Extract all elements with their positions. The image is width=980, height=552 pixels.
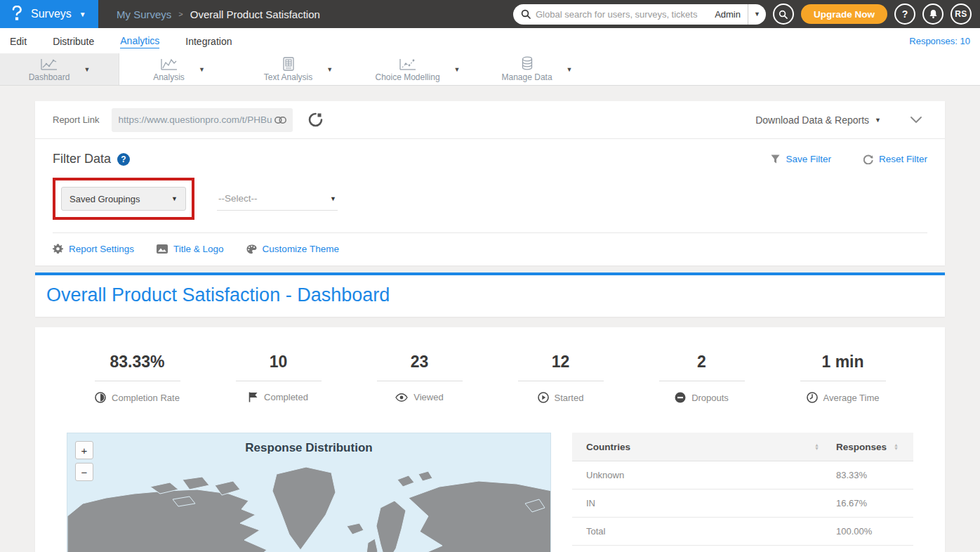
navbar-right-cluster: Admin ▼ Upgrade Now ? RS — [513, 4, 980, 25]
saved-groupings-dropdown[interactable]: Saved Groupings ▼ — [61, 187, 186, 211]
link-icon[interactable] — [274, 117, 286, 124]
download-data-reports-button[interactable]: Download Data & Reports — [755, 114, 869, 126]
scatter-chart-icon — [399, 58, 417, 71]
tab-text-analysis-label: Text Analysis — [264, 72, 312, 82]
filter-select-dropdown[interactable]: --Select-- ▼ — [217, 187, 338, 211]
title-logo-link[interactable]: Title & Logo — [157, 244, 224, 254]
reset-filter-button[interactable]: Reset Filter — [863, 154, 927, 164]
breadcrumb-separator-icon: > — [178, 10, 183, 18]
clock-icon — [807, 392, 818, 403]
search-scope-label: Admin — [708, 9, 748, 20]
global-search-input[interactable] — [536, 9, 708, 20]
dashboard-title-card: Overall Product Satisfaction - Dashboard — [35, 272, 945, 317]
flag-icon — [249, 392, 258, 402]
tab-manage-data-caret-icon[interactable]: ▼ — [567, 66, 573, 73]
dashboard-card: 83.33% Completion Rate 10 Completed 23 — [35, 327, 945, 552]
breadcrumb-my-surveys[interactable]: My Surveys — [117, 8, 171, 20]
survey-nav-distribute[interactable]: Distribute — [53, 34, 94, 47]
map-zoom-in-button[interactable]: + — [75, 441, 93, 459]
questionpro-logo — [9, 6, 25, 22]
tab-analysis[interactable]: Analysis ▼ — [119, 53, 239, 85]
minus-circle-icon — [675, 392, 686, 403]
report-settings-link[interactable]: Report Settings — [53, 244, 134, 254]
tab-dashboard-caret-icon[interactable]: ▼ — [84, 66, 90, 73]
palette-icon — [246, 244, 257, 254]
stats-row: 83.33% Completion Rate 10 Completed 23 — [67, 353, 913, 403]
top-navbar: Surveys ▼ My Surveys > Overall Product S… — [0, 0, 980, 28]
tab-manage-data[interactable]: Manage Data ▼ — [477, 53, 597, 85]
table-row-unknown: Unknown 83.33% — [572, 461, 913, 489]
upgrade-now-button[interactable]: Upgrade Now — [801, 4, 887, 24]
map-title: Response Distribution — [67, 441, 550, 455]
report-edit-icon[interactable] — [308, 112, 323, 127]
stat-average-time: 1 min Average Time — [772, 353, 913, 403]
main-content: Report Link Download Data & Reports ▼ Fi… — [0, 86, 980, 552]
sort-countries-icon[interactable]: ▲▼ — [814, 443, 819, 450]
table-row-in: IN 16.67% — [572, 489, 913, 518]
document-table-icon — [282, 57, 296, 71]
responses-count: Responses: 10 — [909, 36, 970, 46]
report-filter-card: Report Link Download Data & Reports ▼ Fi… — [35, 101, 945, 265]
stat-completion-rate: 83.33% Completion Rate — [67, 353, 208, 403]
tab-manage-data-label: Manage Data — [502, 72, 552, 82]
stat-dropouts: 2 Dropouts — [631, 353, 772, 403]
tab-choice-modelling[interactable]: Choice Modelling ▼ — [358, 53, 477, 85]
stat-completed: 10 Completed — [208, 353, 349, 403]
filter-data-title: Filter Data — [53, 152, 111, 166]
countries-table: Countries ▲▼ Responses ▲▼ Unknown 83.33% — [572, 433, 913, 552]
tab-analysis-label: Analysis — [153, 72, 185, 82]
user-avatar[interactable]: RS — [951, 4, 972, 25]
countries-header-label: Countries — [586, 442, 630, 452]
tab-dashboard-label: Dashboard — [29, 72, 70, 82]
dropdown-caret-icon: ▼ — [330, 195, 336, 202]
tab-text-analysis[interactable]: Text Analysis ▼ — [239, 53, 358, 85]
breadcrumb: My Surveys > Overall Product Satisfactio… — [117, 8, 320, 20]
search-icon — [521, 9, 531, 19]
report-row-right: Download Data & Reports ▼ — [755, 114, 927, 126]
search-scope-dropdown[interactable]: ▼ — [748, 4, 766, 25]
survey-nav-integration[interactable]: Integration — [185, 34, 232, 47]
tab-analysis-caret-icon[interactable]: ▼ — [199, 66, 205, 73]
trend-chart-icon — [160, 58, 178, 71]
question-mark-icon: ? — [902, 8, 908, 20]
dropdown-caret-icon: ▼ — [171, 195, 178, 202]
page-title: Overall Product Satisfaction - Dashboard — [46, 284, 934, 306]
tab-choice-modelling-caret-icon[interactable]: ▼ — [454, 66, 461, 73]
report-link-field — [112, 108, 293, 132]
countries-table-header: Countries ▲▼ Responses ▲▼ — [572, 433, 913, 461]
report-link-input[interactable] — [118, 114, 274, 125]
save-filter-button[interactable]: Save Filter — [771, 154, 831, 164]
response-distribution-map[interactable]: Response Distribution + − — [67, 433, 551, 552]
collapse-chevron-icon[interactable] — [911, 117, 922, 123]
survey-nav-edit[interactable]: Edit — [10, 34, 27, 47]
database-icon — [521, 56, 534, 71]
bell-icon — [929, 9, 938, 19]
highlight-red-box: Saved Groupings ▼ — [53, 178, 194, 220]
image-icon — [157, 244, 168, 254]
play-circle-icon — [538, 392, 549, 403]
filter-section: Filter Data ? Save Filter Reset Filter — [35, 139, 945, 265]
sort-responses-icon[interactable]: ▲▼ — [894, 443, 899, 450]
notifications-button[interactable] — [922, 4, 943, 25]
global-search: Admin ▼ — [513, 4, 766, 25]
tab-text-analysis-caret-icon[interactable]: ▼ — [326, 66, 333, 73]
responses-header-label: Responses — [836, 442, 887, 452]
survey-nav-analytics[interactable]: Analytics — [120, 34, 159, 48]
charts-row: Response Distribution + − — [67, 433, 913, 552]
tab-choice-modelling-label: Choice Modelling — [376, 72, 440, 82]
product-name: Surveys — [31, 8, 72, 20]
filter-help-icon[interactable]: ? — [117, 153, 130, 166]
stat-started: 12 Started — [490, 353, 631, 403]
search-icon — [779, 10, 788, 19]
funnel-icon — [771, 155, 780, 164]
map-zoom-out-button[interactable]: − — [75, 463, 93, 481]
filter-selects-row: Saved Groupings ▼ --Select-- ▼ — [53, 178, 927, 220]
search-submit-button[interactable] — [773, 4, 794, 25]
survey-nav: Edit Distribute Analytics Integration Re… — [0, 28, 980, 53]
line-chart-icon — [40, 58, 58, 71]
product-switcher[interactable]: Surveys ▼ — [0, 0, 98, 28]
help-button[interactable]: ? — [894, 4, 915, 25]
report-link-row: Report Link Download Data & Reports ▼ — [35, 101, 945, 139]
tab-dashboard[interactable]: Dashboard ▼ — [0, 53, 119, 85]
customize-theme-link[interactable]: Customize Theme — [246, 244, 339, 254]
